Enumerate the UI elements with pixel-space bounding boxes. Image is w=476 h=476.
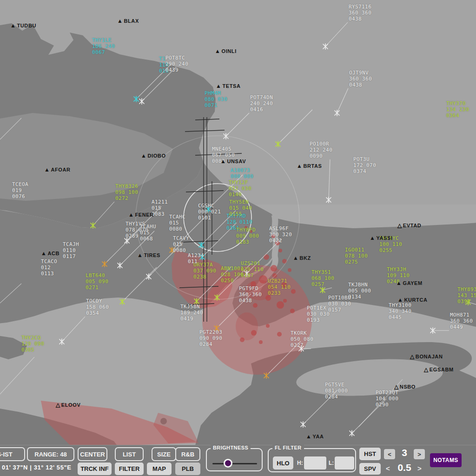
aircraft-label[interactable]: LBT640005 0900271: [86, 272, 108, 291]
range-button[interactable]: RANGE: 48: [27, 447, 74, 461]
fl-high-label: H:: [297, 460, 303, 466]
list-button[interactable]: LIST: [115, 447, 144, 461]
waypoint: ▲TIRES: [137, 252, 160, 258]
aircraft-label[interactable]: PGT2203090 0900284: [199, 329, 222, 347]
control-bar: S-IST RANGE: 48 CENTER LIST SIZE R&B 01'…: [0, 445, 476, 476]
hlo-button[interactable]: HLO: [273, 456, 293, 469]
aircraft-label[interactable]: THY893143 1500394: [457, 286, 476, 304]
aircraft-label[interactable]: A12110150083: [152, 199, 168, 217]
brightness-label: BRIGHTNESS: [211, 445, 251, 450]
aircraft-label[interactable]: TCAJH01100117: [63, 241, 79, 259]
speed-vector-value: 0.5: [394, 462, 415, 473]
fl-filter-label: FL FILTER: [272, 445, 304, 450]
history-value: 3: [396, 447, 413, 458]
waypoint: △EVTAD: [397, 222, 421, 229]
sector-button[interactable]: S-IST: [0, 447, 25, 461]
history-decrease-button[interactable]: <: [384, 449, 395, 459]
fl-low-input[interactable]: [335, 456, 354, 469]
filter-button[interactable]: FILTER: [115, 463, 144, 475]
aircraft-label[interactable]: THY1LE186 2400067: [92, 37, 115, 55]
aircraft-label[interactable]: THY370134 2300364: [446, 100, 469, 119]
size-button[interactable]: SIZE: [152, 447, 176, 461]
aircraft-label[interactable]: POT10BU030 0300157: [328, 295, 351, 313]
waypoint: ▲TETSA: [216, 83, 241, 89]
waypoint: ▲BKZ: [293, 255, 311, 261]
aircraft-label[interactable]: TCAHU0150068: [140, 224, 156, 242]
aircraft-label[interactable]: THY3100340 3400445: [389, 302, 411, 320]
speed-vector-increase-button[interactable]: >: [417, 464, 422, 472]
aircraft-label[interactable]: TOCDY158 0600354: [86, 298, 109, 316]
waypoint: △NSBO: [394, 383, 416, 390]
aircraft-label[interactable]: TCACO0120113: [41, 258, 57, 277]
aircraft-label[interactable]: UZB271054 1100233: [268, 278, 291, 296]
aircraft-label[interactable]: IGO011078 1000275: [345, 247, 368, 265]
aircraft-label[interactable]: TCEOA0190076: [12, 181, 28, 199]
cursor-coordinates: 01' 37"N | 31° 12' 55"E: [2, 464, 72, 471]
waypoint: ▲TUDBU: [10, 22, 36, 29]
atc-radar-screen: THY1LE186 2400067T1110016PHM4M080 030007…: [0, 0, 476, 476]
aircraft-label[interactable]: MOH871360 3600449: [450, 312, 473, 330]
aircraft-label[interactable]: CGSHC000 0210101: [198, 203, 221, 221]
rb-button[interactable]: R&B: [175, 447, 200, 461]
fl-low-label: L:: [329, 460, 334, 466]
aircraft-label[interactable]: PGT5VE081 0000284: [325, 382, 348, 400]
waypoint: ▲KURTCA: [397, 297, 428, 303]
waypoint: △BONAJAN: [410, 353, 443, 360]
aircraft-label[interactable]: THY2CQ129 0900305: [21, 335, 44, 353]
aircraft-label[interactable]: TKJ58N189 2400419: [180, 304, 203, 322]
waypoint: ▲YAA: [306, 433, 324, 440]
waypoint: ▲GAYEM: [396, 280, 423, 286]
speed-vector-decrease-button[interactable]: <: [386, 464, 390, 472]
track-info-button[interactable]: TRCK INF: [78, 463, 112, 475]
waypoint: ▲YASSI: [370, 235, 393, 241]
brightness-slider[interactable]: [224, 459, 232, 468]
aircraft-label[interactable]: OJT9NV360 3600438: [349, 70, 372, 88]
fl-high-input[interactable]: [304, 456, 326, 469]
waypoint: ▲OINLI: [215, 48, 237, 54]
aircraft-label[interactable]: RYS7116360 3600438: [349, 4, 371, 22]
hst-button[interactable]: HST: [359, 448, 381, 460]
brightness-group: BRIGHTNESS: [206, 448, 263, 471]
aircraft-label[interactable]: THY351068 1000257: [311, 269, 334, 287]
aircraft-label[interactable]: PGT9FD360 3600438: [239, 285, 262, 304]
aircraft-label[interactable]: PO100R212 2400090: [310, 141, 332, 159]
aircraft-label[interactable]: THY12F032 0300140: [229, 179, 251, 198]
aircraft-label[interactable]: TCAVY0150080: [173, 235, 189, 253]
aircraft-label[interactable]: TKJBHN005 0000134: [348, 282, 371, 300]
aircraft-label[interactable]: THY5EN015 0400155: [229, 199, 252, 217]
aircraft-label[interactable]: ASL96F300 3200422: [269, 225, 292, 244]
waypoint: ▲BLAX: [117, 18, 139, 24]
aircraft-label[interactable]: POT1EX030 0300193: [307, 305, 330, 323]
waypoint: ▲AFOAR: [44, 166, 71, 173]
aircraft-label[interactable]: THY8FD009 0000183: [236, 227, 259, 245]
waypoint: ▲FENER: [128, 212, 154, 218]
waypoint: ▲BRTAS: [297, 163, 322, 169]
aircraft-label[interactable]: UZS201039 1100187: [241, 260, 264, 278]
aircraft-label[interactable]: POT8TC290 2400439: [165, 55, 188, 73]
center-button[interactable]: CENTER: [78, 447, 107, 461]
waypoint: △ELOOV: [56, 402, 80, 408]
plb-button[interactable]: PLB: [175, 463, 200, 475]
aircraft-label[interactable]: TCAHC0150080: [169, 214, 185, 232]
waypoint: ▲DIOBO: [141, 152, 166, 159]
brightness-slider-track[interactable]: [212, 463, 257, 464]
radar-labels-layer: THY1LE186 2400067T1110016PHM4M080 030007…: [0, 0, 476, 476]
waypoint: ▲UNSAV: [220, 158, 246, 165]
notams-button[interactable]: NOTAMS: [430, 453, 462, 467]
waypoint: △EGSABM: [424, 366, 454, 373]
aircraft-label[interactable]: ABN1001028 1000250: [221, 265, 244, 284]
history-increase-button[interactable]: >: [414, 449, 425, 459]
aircraft-label[interactable]: A1234011: [188, 252, 204, 264]
aircraft-label[interactable]: A10073000 000: [231, 167, 253, 179]
aircraft-label[interactable]: PHM4M080 0300071: [205, 90, 227, 108]
map-button[interactable]: MAP: [147, 463, 172, 475]
aircraft-label[interactable]: POT23QT104 0000290: [376, 390, 398, 408]
aircraft-label[interactable]: POT3U172 0700374: [353, 156, 376, 174]
fl-filter-group: FL FILTER HLO H: L:: [268, 448, 356, 472]
aircraft-label[interactable]: TKORK050 0800227: [291, 330, 313, 348]
spv-button[interactable]: SPV: [359, 463, 381, 475]
aircraft-label[interactable]: THY8326098 1000272: [115, 183, 138, 201]
aircraft-label[interactable]: POT74DN240 2400416: [250, 94, 273, 112]
waypoint: ▲ACB: [41, 250, 60, 257]
